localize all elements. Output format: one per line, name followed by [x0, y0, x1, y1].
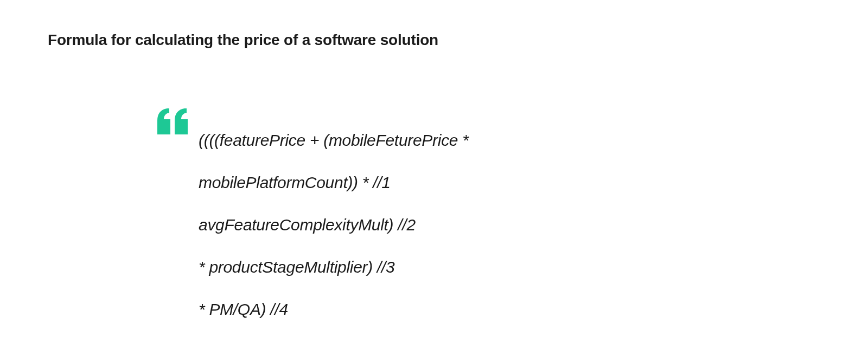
- section-heading: Formula for calculating the price of a s…: [48, 31, 438, 49]
- quote-line-2: mobilePlatformCount)) * //1: [199, 173, 391, 191]
- quote-text: ((((featurePrice + (mobileFeturePrice * …: [199, 108, 469, 320]
- quote-line-5: * PM/QA) //4: [199, 300, 288, 318]
- blockquote: ((((featurePrice + (mobileFeturePrice * …: [157, 108, 469, 320]
- quote-line-1: ((((featurePrice + (mobileFeturePrice *: [199, 131, 469, 149]
- quote-icon: [157, 108, 189, 137]
- quote-line-3: avgFeatureComplexityMult) //2: [199, 216, 416, 234]
- quote-line-4: * productStageMultiplier) //3: [199, 258, 394, 276]
